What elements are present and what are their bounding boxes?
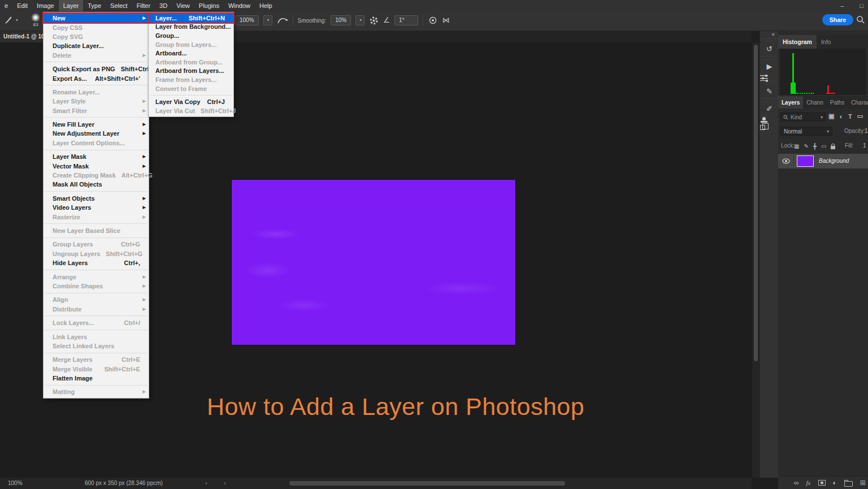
lock-transparency-icon[interactable]: ▦	[794, 143, 799, 149]
minimize-button[interactable]: –	[840, 0, 844, 11]
lock-artboard-icon[interactable]: ▭	[821, 143, 826, 149]
layer-row-background[interactable]: Background	[778, 154, 868, 168]
scroll-left-arrow[interactable]: ‹	[224, 479, 226, 486]
menu-item[interactable]: Merge Visible Shift+Ctrl+E ▶	[44, 365, 149, 374]
paint-symmetry-icon[interactable]: ⋈	[442, 16, 450, 25]
blend-mode-select[interactable]: Normal ▾	[780, 127, 832, 136]
menubar-item[interactable]: View	[172, 0, 194, 11]
menu-item[interactable]: New Layer Based Slice ▶	[44, 226, 149, 235]
menubar-item[interactable]: e	[0, 0, 12, 11]
menu-item[interactable]: Export As... Alt+Shift+Ctrl+' ▶	[44, 73, 149, 83]
menu-item[interactable]: Layer Style ▶	[44, 97, 149, 106]
menu-item[interactable]: Lock Layers... Ctrl+/ ▶	[44, 318, 149, 327]
menubar-item[interactable]: Edit	[12, 0, 32, 11]
menu-item[interactable]: Group Layers Ctrl+G ▶	[44, 240, 149, 249]
panel-tab[interactable]: Info	[817, 35, 836, 49]
menubar-item[interactable]: Select	[106, 0, 132, 11]
menu-item[interactable]: Hide Layers Ctrl+, ▶	[44, 258, 149, 267]
opacity-field[interactable]: 100%	[235, 15, 259, 25]
menu-item[interactable]: Smart Objects ▶	[44, 194, 149, 203]
submenu-item[interactable]: Layer Via Copy Ctrl+J ▶	[149, 97, 233, 106]
menu-item[interactable]: Delete ▶	[44, 51, 149, 60]
panel-tab[interactable]: Layers	[778, 96, 803, 109]
menu-item[interactable]: Rasterize ▶	[44, 212, 149, 221]
adjustments-icon[interactable]	[760, 73, 768, 81]
submenu-item[interactable]: Layer from Background... ▶	[149, 23, 233, 32]
lock-paint-icon[interactable]: ✎	[804, 143, 808, 149]
filter-shape-layers-icon[interactable]: ▭	[857, 112, 863, 120]
menu-item[interactable]: Vector Mask ▶	[44, 161, 149, 170]
menu-item[interactable]: Layer Content Options... ▶	[44, 139, 149, 148]
panel-tab[interactable]: Histogram	[778, 35, 817, 49]
menu-item[interactable]: New Adjustment Layer ▶	[44, 129, 149, 138]
menu-item[interactable]: Flatten Image ▶	[44, 374, 149, 383]
brush-settings-icon[interactable]: ✎	[760, 81, 779, 98]
submenu-item[interactable]: Layer... Shift+Ctrl+N ▶	[149, 14, 233, 23]
submenu-item[interactable]: Artboard from Group... ▶	[149, 58, 233, 67]
submenu-item[interactable]: Group from Layers... ▶	[149, 40, 233, 49]
menu-item[interactable]: Rename Layer... ▶	[44, 88, 149, 97]
menubar-item[interactable]: Filter	[132, 0, 155, 11]
menu-item[interactable]: Combine Shapes ▶	[44, 282, 149, 291]
add-mask-icon[interactable]	[818, 480, 826, 486]
zoom-level-field[interactable]: 100%	[8, 480, 23, 486]
submenu-item[interactable]: Frame from Layers... ▶	[149, 75, 233, 84]
search-icon[interactable]	[856, 15, 865, 24]
menubar-item[interactable]: 3D	[155, 0, 172, 11]
menubar-item[interactable]: Window	[224, 0, 255, 11]
actions-icon[interactable]: ▶	[760, 56, 779, 73]
menu-item[interactable]: Matting ▶	[44, 387, 149, 396]
brushes-icon[interactable]: ✐	[760, 98, 779, 116]
menu-item[interactable]: Ungroup Layers Shift+Ctrl+G ▶	[44, 249, 149, 258]
menu-item[interactable]: Distribute ▶	[44, 305, 149, 314]
new-group-icon[interactable]	[844, 481, 853, 487]
brush-angle-field[interactable]: 1°	[394, 15, 418, 25]
menu-item[interactable]: Quick Export as PNG Shift+Ctrl+' ▶	[44, 64, 149, 73]
menubar-item[interactable]: Layer	[59, 0, 84, 11]
opacity-dropdown[interactable]: ▾	[263, 15, 272, 25]
menubar-item[interactable]: Image	[32, 0, 59, 11]
vertical-scrollbar-thumb[interactable]	[754, 45, 758, 361]
new-adjustment-layer-icon[interactable]: ◐	[833, 479, 837, 486]
layer-thumbnail[interactable]	[797, 155, 814, 167]
submenu-item[interactable]: Layer Via Cut Shift+Ctrl+J ▶	[149, 106, 233, 115]
layer-opacity-value[interactable]: 1	[865, 128, 868, 134]
menu-item[interactable]: Create Clipping Mask Alt+Ctrl+G ▶	[44, 171, 149, 180]
menu-item[interactable]: New Fill Layer ▶	[44, 120, 149, 129]
tablet-pressure-size-icon[interactable]	[428, 16, 438, 25]
scroll-right-arrow[interactable]: ›	[205, 479, 207, 486]
menubar-item[interactable]: Type	[83, 0, 106, 11]
menu-item[interactable]: Smart Filter ▶	[44, 106, 149, 115]
menubar-item[interactable]: Help	[255, 0, 277, 11]
menu-item[interactable]: Merge Layers Ctrl+E ▶	[44, 355, 149, 364]
layer-visibility-toggle[interactable]	[782, 158, 790, 164]
lock-position-icon[interactable]: ╋	[813, 143, 817, 149]
submenu-item[interactable]: Artboard... ▶	[149, 49, 233, 58]
collapse-panels-icon[interactable]: «	[760, 31, 779, 38]
smoothing-dropdown[interactable]: ▾	[355, 15, 364, 25]
menu-item[interactable]: Align ▶	[44, 295, 149, 304]
submenu-item[interactable]: Convert to Frame ▶	[149, 84, 233, 93]
menu-item[interactable]: Arrange ▶	[44, 272, 149, 281]
lock-all-icon[interactable]	[831, 146, 835, 149]
submenu-item[interactable]: Artboard from Layers... ▶	[149, 67, 233, 76]
menu-item[interactable]: Copy CSS ▶	[44, 23, 149, 32]
menu-item[interactable]: New ▶	[44, 14, 149, 23]
layer-fill-value[interactable]: 1	[863, 142, 866, 149]
filter-type-layers-icon[interactable]: T	[848, 113, 852, 120]
clone-source-icon[interactable]	[760, 116, 768, 123]
share-button[interactable]: Share	[822, 14, 853, 25]
document-artwork[interactable]	[232, 180, 515, 345]
menu-item[interactable]: Duplicate Layer... ▶	[44, 41, 149, 50]
history-icon[interactable]: ↺	[760, 38, 779, 56]
brush-tool-preset[interactable]: ▾	[3, 15, 18, 25]
submenu-item[interactable]: Group... ▶	[149, 31, 233, 40]
menu-item[interactable]: Layer Mask ▶	[44, 152, 149, 161]
panel-tab[interactable]: Chann	[803, 96, 826, 109]
3d-icon[interactable]	[760, 125, 765, 130]
menu-item[interactable]: Mask All Objects ▶	[44, 180, 149, 189]
filter-adjustment-layers-icon[interactable]: ◐	[839, 113, 843, 120]
menu-item[interactable]: Copy SVG ▶	[44, 32, 149, 41]
panel-tab[interactable]: Charac	[848, 96, 868, 109]
menu-item[interactable]: Link Layers ▶	[44, 332, 149, 341]
